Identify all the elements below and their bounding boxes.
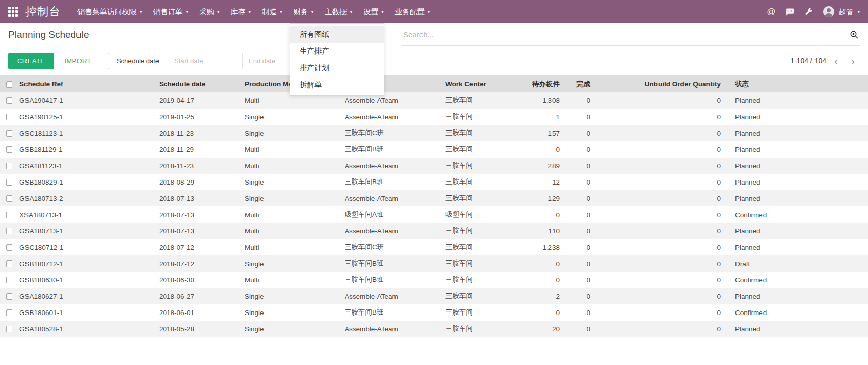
start-date-input[interactable]: [168, 53, 243, 69]
cell: 2019-01-25: [152, 109, 238, 125]
cell: 2018-11-23: [152, 158, 238, 174]
select-all-header-cell: [0, 75, 12, 92]
pager-next-icon[interactable]: ›: [846, 56, 860, 66]
cell: 吸塑车间A班: [337, 206, 438, 223]
menu-item-label: 业务配置: [395, 7, 425, 17]
cell: Assemble-ATeam: [337, 109, 438, 125]
row-checkbox[interactable]: [6, 309, 12, 316]
table-row[interactable]: GSB180630-12018-06-30Multi三胺车间B班三胺车间000C…: [0, 272, 868, 288]
search-icon[interactable]: [846, 30, 859, 39]
tools-wrench-icon[interactable]: [804, 8, 813, 16]
topbar-menu-item[interactable]: 销售菜单访问权限▾: [72, 0, 148, 23]
cell: 三胺车间: [438, 288, 514, 304]
dropdown-menu-item[interactable]: 拆解单: [290, 76, 384, 93]
table-row[interactable]: GSA180713-12018-07-13MultiAssemble-ATeam…: [0, 223, 868, 239]
cell: Assemble-ATeam: [337, 158, 438, 174]
create-button[interactable]: CREATE: [8, 53, 54, 69]
table-row[interactable]: GSA180528-12018-05-28SingleAssemble-ATea…: [0, 321, 868, 337]
row-checkbox-cell: [0, 174, 12, 190]
column-header[interactable]: 待办板件: [514, 75, 567, 92]
cell: Multi: [238, 239, 337, 255]
table-row[interactable]: XSA180713-12018-07-13Multi吸塑车间A班吸塑车间000C…: [0, 206, 868, 223]
topbar-menu-item[interactable]: 设置▾: [358, 0, 389, 23]
topbar-menu-item[interactable]: 主数据▾: [319, 0, 358, 23]
topbar-menu-item[interactable]: 业务配置▾: [389, 0, 436, 23]
cell: 110: [514, 223, 567, 239]
topbar-right: @ 超管 ▾: [767, 6, 860, 17]
dropdown-menu-item[interactable]: 所有图纸: [290, 26, 384, 43]
mentions-icon[interactable]: @: [767, 7, 775, 17]
row-checkbox[interactable]: [6, 163, 12, 169]
cell: Multi: [238, 272, 337, 288]
row-checkbox[interactable]: [6, 179, 12, 186]
dropdown-menu-item[interactable]: 生产排产: [290, 43, 384, 60]
user-menu[interactable]: 超管 ▾: [823, 6, 860, 17]
cell: 0: [597, 288, 728, 304]
topbar-menu-item[interactable]: 销售订单▾: [148, 0, 194, 23]
table-row[interactable]: GSC181123-12018-11-23Single三胺车间C班三胺车间157…: [0, 125, 868, 141]
row-checkbox-cell: [0, 206, 12, 223]
app-title[interactable]: 控制台: [25, 4, 61, 19]
table-header-row: Schedule RefSchedule dateProduction Mode…: [0, 75, 868, 92]
table-row[interactable]: GSB180601-12018-06-01Single三胺车间B班三胺车间000…: [0, 304, 868, 321]
cell: Multi: [238, 223, 337, 239]
cell: 三胺车间B班: [337, 174, 438, 190]
row-checkbox[interactable]: [6, 326, 12, 332]
row-checkbox[interactable]: [6, 244, 12, 251]
table-row[interactable]: GSA180627-12018-06-27SingleAssemble-ATea…: [0, 288, 868, 304]
cell: 0: [567, 272, 597, 288]
table-row[interactable]: GSB181129-12018-11-29Multi三胺车间B班三胺车间000P…: [0, 141, 868, 158]
search-input[interactable]: [402, 30, 846, 39]
row-checkbox[interactable]: [6, 195, 12, 202]
chevron-down-icon: ▾: [311, 10, 314, 14]
dropdown-menu-item[interactable]: 排产计划: [290, 60, 384, 76]
table-row[interactable]: GSC180712-12018-07-12Multi三胺车间C班三胺车间1,23…: [0, 239, 868, 255]
column-header[interactable]: 状态: [728, 75, 868, 92]
cell: Assemble-ATeam: [337, 190, 438, 206]
pager-prev-icon[interactable]: ‹: [829, 56, 843, 66]
apps-grid-icon[interactable]: [8, 7, 18, 17]
table-row[interactable]: GSB180712-12018-07-12Single三胺车间B班三胺车间000…: [0, 255, 868, 272]
row-checkbox[interactable]: [6, 260, 12, 267]
table-row[interactable]: GSA180713-22018-07-13SingleAssemble-ATea…: [0, 190, 868, 206]
row-checkbox[interactable]: [6, 97, 12, 104]
select-all-checkbox[interactable]: [6, 81, 12, 88]
row-checkbox[interactable]: [6, 293, 12, 300]
topbar-menu-item[interactable]: 制造▾: [256, 0, 288, 23]
topbar-menu-item[interactable]: 财务▾: [288, 0, 320, 23]
column-header[interactable]: Schedule Ref: [12, 75, 152, 92]
menu-item-label: 财务: [294, 7, 308, 17]
cell: Assemble-ATeam: [337, 288, 438, 304]
cell: 三胺车间: [438, 174, 514, 190]
table-row[interactable]: GSA190417-12019-04-17MultiAssemble-ATeam…: [0, 92, 868, 109]
row-checkbox[interactable]: [6, 146, 12, 153]
cell: Planned: [728, 158, 868, 174]
cell: Planned: [728, 239, 868, 255]
column-header[interactable]: 完成: [567, 75, 597, 92]
cell: 2018-06-01: [152, 304, 238, 321]
chat-icon[interactable]: [785, 8, 794, 16]
topbar-menu-item[interactable]: 库存▾: [225, 0, 257, 23]
row-checkbox[interactable]: [6, 277, 12, 283]
schedule-date-button[interactable]: Schedule date: [108, 53, 168, 69]
row-checkbox[interactable]: [6, 114, 12, 120]
cell: 0: [597, 109, 728, 125]
cell: Planned: [728, 190, 868, 206]
manufacturing-dropdown-menu: 所有图纸生产排产排产计划拆解单: [290, 23, 384, 96]
row-checkbox[interactable]: [6, 228, 12, 234]
cell: 0: [597, 255, 728, 272]
topbar-menu-item[interactable]: 采购▾: [194, 0, 225, 23]
row-checkbox[interactable]: [6, 130, 12, 137]
column-header[interactable]: Work Center: [438, 75, 514, 92]
cell: 0: [514, 272, 567, 288]
table-row[interactable]: GSA190125-12019-01-25SingleAssemble-ATea…: [0, 109, 868, 125]
cell: Confirmed: [728, 272, 868, 288]
column-header[interactable]: Schedule date: [152, 75, 238, 92]
column-header[interactable]: Unbuild Order Quantity: [597, 75, 728, 92]
cell: 0: [597, 223, 728, 239]
import-button[interactable]: IMPORT: [57, 53, 98, 69]
row-checkbox[interactable]: [6, 212, 12, 218]
table-row[interactable]: GSA181123-12018-11-23MultiAssemble-ATeam…: [0, 158, 868, 174]
table-row[interactable]: GSB180829-12018-08-29Single三胺车间B班三胺车间120…: [0, 174, 868, 190]
cell: GSA180713-1: [12, 223, 152, 239]
